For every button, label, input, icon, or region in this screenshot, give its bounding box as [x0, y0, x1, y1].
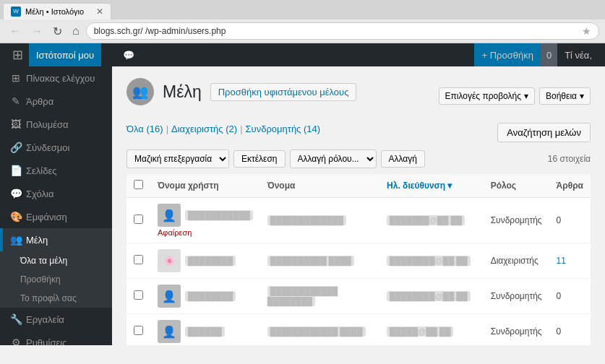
- role-select[interactable]: Αλλαγή ρόλου...: [290, 150, 377, 168]
- wp-main: ⊞ Πίνακας ελέγχου ✎ Άρθρα 🖼 Πολυμέσα 🔗 Σ…: [0, 66, 605, 345]
- sidebar-item-comments[interactable]: 💬 Σχόλια: [0, 182, 112, 205]
- remove-link[interactable]: Αφαίρεση: [158, 228, 253, 237]
- role-text: Συνδρομητής: [491, 291, 542, 301]
- bookmark-icon[interactable]: ★: [582, 25, 591, 37]
- email-text: ████████@██.██: [387, 256, 471, 266]
- email-link[interactable]: ████████@██.██: [387, 256, 471, 266]
- name-text: ████████████ ████████: [267, 286, 338, 306]
- row-checkbox-cell: [126, 314, 150, 346]
- home-button[interactable]: ⌂: [69, 23, 83, 39]
- articles-count: 0: [557, 326, 562, 337]
- sidebar-label-tools: Εργαλεία: [26, 314, 64, 325]
- avatar-icon: 👤: [162, 325, 176, 339]
- apply-button[interactable]: Εκτέλεση: [233, 150, 286, 168]
- my-sites-menu[interactable]: Ιστότοποί μου: [29, 43, 101, 66]
- help-button[interactable]: Βοήθεια ▾: [539, 87, 591, 105]
- submenu-all-members[interactable]: Όλα τα μέλη: [0, 251, 112, 270]
- reload-button[interactable]: ↻: [49, 23, 66, 40]
- filter-subscriber[interactable]: Συνδρομητής (14): [246, 124, 321, 134]
- row-checkbox[interactable]: [134, 255, 143, 264]
- articles-count: 0: [557, 215, 562, 225]
- sort-icon: ▾: [447, 181, 452, 191]
- bulk-actions-bar: Μαζική επεξεργασία Εκτέλεση Αλλαγή ρόλου…: [126, 150, 591, 168]
- sidebar-label-dashboard: Πίνακας ελέγχου: [26, 73, 95, 84]
- email-link[interactable]: ████████@██.██: [387, 291, 471, 301]
- filter-admin[interactable]: Διαχειριστής (2): [171, 124, 237, 134]
- comment-icon: 💬: [123, 50, 134, 61]
- row-username-cell: 👤 ██████: [150, 314, 260, 346]
- bulk-action-select[interactable]: Μαζική επεξεργασία: [126, 150, 229, 168]
- th-name: Όνομα: [260, 174, 379, 198]
- howdy-menu[interactable]: Τί νέα,: [557, 43, 599, 66]
- tab-favicon: W: [11, 6, 21, 17]
- top-right-actions: Επιλογές προβολής ▾ Βοήθεια ▾: [439, 87, 591, 105]
- role-text: Συνδρομητής: [491, 215, 542, 225]
- row-checkbox[interactable]: [134, 214, 143, 224]
- row-checkbox[interactable]: [134, 326, 143, 335]
- wp-logo[interactable]: ⊞: [6, 43, 29, 66]
- row-name-cell: ████████████ ████████: [260, 279, 379, 314]
- row-checkbox[interactable]: [134, 290, 143, 300]
- th-email[interactable]: Ηλ. διεύθυνση ▾: [379, 174, 484, 198]
- back-button[interactable]: ←: [6, 23, 25, 39]
- sidebar-label-comments: Σχόλια: [26, 188, 53, 199]
- username-text: ██████: [185, 326, 225, 337]
- row-name-cell: ██████████ ████: [260, 243, 379, 279]
- active-tab[interactable]: W Μέλη • Ιστολόγιο ✕: [3, 3, 111, 20]
- avatar-container: 👤 ███████████ Αφαίρεση: [158, 204, 253, 237]
- new-item-button[interactable]: + Προσθήκη: [474, 43, 540, 66]
- view-options-button[interactable]: Επιλογές προβολής ▾: [439, 87, 536, 105]
- tab-bar: W Μέλη • Ιστολόγιο ✕: [0, 0, 605, 20]
- sidebar-item-articles[interactable]: ✎ Άρθρα: [0, 90, 112, 113]
- avatar: 👤: [158, 285, 181, 308]
- table-header-row: Όνομα χρήστη Όνομα Ηλ. διεύθυνση ▾ Ρόλος…: [126, 174, 591, 198]
- media-icon: 🖼: [10, 118, 22, 130]
- sidebar-item-appearance[interactable]: 🎨 Εμφάνιση: [0, 205, 112, 228]
- members-page-icon: 👥: [132, 84, 148, 100]
- sidebar-label-pages: Σελίδες: [26, 165, 57, 176]
- username-link[interactable]: ██████: [185, 326, 225, 337]
- row-role-cell: Συνδρομητής: [484, 314, 549, 346]
- username-link[interactable]: ███████████: [185, 210, 253, 220]
- avatar: 🌸: [158, 249, 181, 272]
- count-badge[interactable]: 0: [541, 43, 557, 66]
- sidebar-item-links[interactable]: 🔗 Σύνδεσμοι: [0, 136, 112, 159]
- sidebar-item-members[interactable]: 👥 Μέλη: [0, 228, 112, 251]
- address-bar[interactable]: blogs.sch.gr/ /wp-admin/users.php ★: [86, 22, 599, 40]
- sidebar-item-media[interactable]: 🖼 Πολυμέσα: [0, 113, 112, 136]
- row-role-cell: Συνδρομητής: [484, 198, 549, 243]
- username-text: ████████: [185, 256, 236, 266]
- row-username-cell: 🌸 ████████: [150, 243, 260, 279]
- change-role-button[interactable]: Αλλαγή: [381, 150, 425, 168]
- select-all-checkbox[interactable]: [134, 180, 143, 189]
- sidebar-item-settings[interactable]: ⚙ Ρυθμίσεις: [0, 331, 112, 345]
- sidebar-item-pages[interactable]: 📄 Σελίδες: [0, 159, 112, 182]
- sidebar-item-dashboard[interactable]: ⊞ Πίνακας ελέγχου: [0, 66, 112, 90]
- submenu-profile[interactable]: Το προφίλ σας: [0, 289, 112, 308]
- th-checkbox: [126, 174, 150, 198]
- content-area: 👥 Μέλη Προσθήκη υφιστάμενου μέλους Επιλο…: [112, 66, 605, 345]
- username-link[interactable]: ████████: [185, 256, 236, 266]
- close-icon[interactable]: ✕: [96, 6, 103, 17]
- role-text: Διαχειριστής: [491, 256, 539, 266]
- filter-all[interactable]: Όλα (16): [126, 124, 163, 134]
- forward-button[interactable]: →: [27, 23, 46, 39]
- role-text: Συνδρομητής: [491, 326, 542, 337]
- site-name-menu[interactable]: [101, 43, 116, 66]
- appearance-icon: 🎨: [10, 211, 22, 222]
- row-name-cell: █████████████: [260, 198, 379, 243]
- row-articles-cell: 0: [549, 198, 591, 243]
- help-label: Βοήθεια: [546, 91, 577, 101]
- add-member-button[interactable]: Προσθήκη υφιστάμενου μέλους: [210, 83, 357, 101]
- email-link[interactable]: █████@██.██: [387, 326, 453, 337]
- page-title: Μέλη: [163, 84, 202, 100]
- submenu-add-member[interactable]: Προσθήκη: [0, 270, 112, 289]
- th-username: Όνομα χρήστη: [150, 174, 260, 198]
- row-username-cell: 👤 ███████████ Αφαίρεση: [150, 198, 260, 243]
- comment-button[interactable]: 💬: [116, 43, 142, 66]
- username-link[interactable]: ████████: [185, 291, 236, 301]
- search-members-button[interactable]: Αναζήτηση μελών: [497, 123, 591, 142]
- email-link[interactable]: ███████@██.██: [387, 215, 465, 225]
- sidebar-item-tools[interactable]: 🔧 Εργαλεία: [0, 308, 112, 331]
- articles-link[interactable]: 11: [557, 256, 566, 266]
